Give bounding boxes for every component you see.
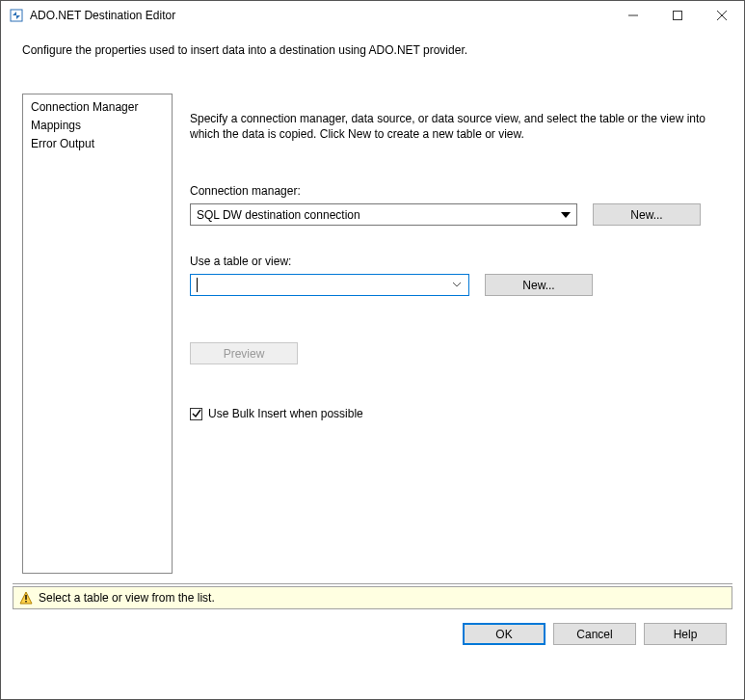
status-message: Select a table or view from the list. bbox=[39, 591, 215, 605]
sidebar-item-mappings[interactable]: Mappings bbox=[29, 117, 166, 134]
sidebar-item-label: Mappings bbox=[31, 119, 81, 132]
sidebar-item-connection-manager[interactable]: Connection Manager bbox=[29, 98, 166, 116]
checkbox-checked-icon bbox=[190, 408, 202, 420]
svg-rect-8 bbox=[25, 601, 26, 603]
footer-buttons: OK Cancel Help bbox=[1, 609, 744, 645]
sidebar: Connection Manager Mappings Error Output bbox=[22, 94, 173, 574]
minimize-button[interactable] bbox=[611, 1, 655, 30]
warning-icon bbox=[19, 591, 33, 605]
chevron-down-icon bbox=[557, 205, 574, 224]
close-button[interactable] bbox=[700, 1, 744, 30]
svg-rect-2 bbox=[674, 12, 682, 20]
connection-manager-label: Connection manager: bbox=[190, 184, 723, 198]
window-controls bbox=[611, 1, 744, 30]
content-area: Connection Manager Mappings Error Output… bbox=[1, 94, 744, 574]
preview-button: Preview bbox=[190, 342, 298, 364]
bulk-insert-label: Use Bulk Insert when possible bbox=[208, 407, 363, 420]
app-icon bbox=[9, 8, 24, 23]
table-view-label: Use a table or view: bbox=[190, 255, 723, 268]
table-view-dropdown[interactable] bbox=[190, 274, 469, 296]
new-table-button[interactable]: New... bbox=[485, 274, 593, 296]
bulk-insert-checkbox-row[interactable]: Use Bulk Insert when possible bbox=[190, 407, 723, 420]
sidebar-item-label: Connection Manager bbox=[31, 100, 138, 114]
sidebar-item-label: Error Output bbox=[31, 137, 94, 150]
svg-marker-5 bbox=[561, 212, 571, 218]
ok-button[interactable]: OK bbox=[463, 623, 545, 645]
sidebar-item-error-output[interactable]: Error Output bbox=[29, 135, 166, 152]
text-cursor bbox=[197, 278, 198, 292]
titlebar: ADO.NET Destination Editor bbox=[1, 1, 744, 30]
cancel-button[interactable]: Cancel bbox=[553, 623, 636, 645]
window-title: ADO.NET Destination Editor bbox=[30, 9, 611, 22]
main-panel: Specify a connection manager, data sourc… bbox=[190, 94, 723, 574]
status-bar: Select a table or view from the list. bbox=[13, 583, 732, 609]
maximize-button[interactable] bbox=[655, 1, 700, 30]
page-description: Configure the properties used to insert … bbox=[1, 30, 744, 67]
connection-manager-value: SQL DW destination connection bbox=[197, 208, 360, 222]
connection-manager-dropdown[interactable]: SQL DW destination connection bbox=[190, 203, 577, 226]
svg-rect-7 bbox=[25, 595, 26, 600]
chevron-down-icon bbox=[448, 276, 466, 294]
new-connection-button[interactable]: New... bbox=[593, 203, 701, 226]
instructions-text: Specify a connection manager, data sourc… bbox=[190, 111, 723, 142]
help-button[interactable]: Help bbox=[644, 623, 727, 645]
